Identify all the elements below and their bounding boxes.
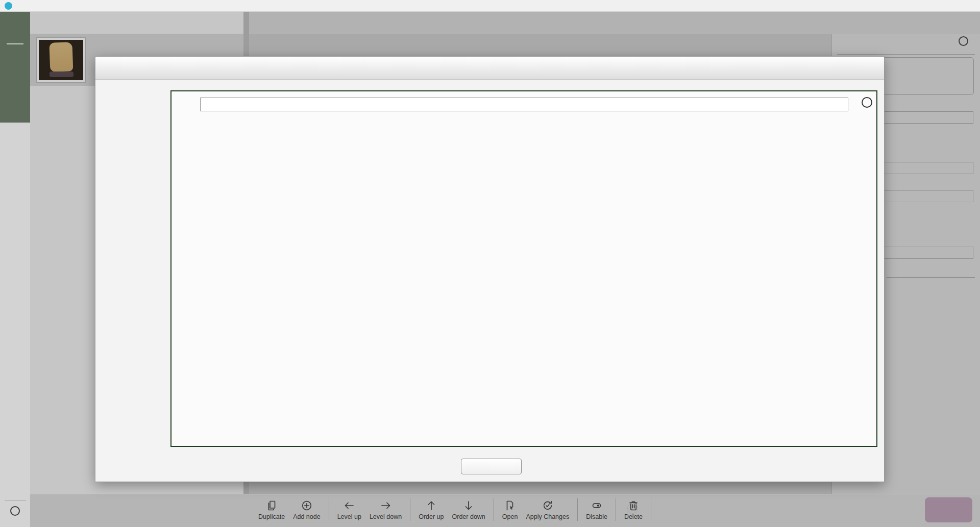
node-actions-group: DuplicateAdd nodeLevel upLevel downOrder… [255,496,655,521]
show-pretreatments-radio[interactable] [627,503,638,514]
filter-input-wrap [200,98,848,111]
file-open-icon [504,499,516,512]
toolbar-button-order-down[interactable]: Order down [449,496,489,520]
toolbar-separator [329,498,329,521]
toolbar-button-apply-changes[interactable]: Apply Changes [522,496,573,520]
filter-help-icon[interactable] [862,97,872,108]
app-logo-icon [5,2,12,10]
arrow-up-icon [425,499,437,512]
application-window: DuplicateAdd nodeLevel upLevel downOrder… [0,0,980,527]
add-node-dialog [95,56,885,482]
title-bar [0,0,980,12]
toolbar-separator [494,498,494,521]
close-button[interactable] [461,459,522,474]
toolbar-button-disable[interactable]: Disable [582,496,611,520]
toolbar-button-open[interactable]: Open [499,496,522,520]
arrow-right-icon [380,499,392,512]
help-button[interactable] [10,506,20,517]
node-browser [170,90,877,447]
toolbar-button-label: Delete [624,513,643,520]
toolbar-button-label: Level down [370,513,402,520]
plus-circle-icon [301,499,313,512]
dialog-close-button[interactable] [859,62,871,74]
toolbar-button-label: Disable [586,513,607,520]
close-window-button[interactable] [958,0,980,12]
divider [837,54,975,55]
toolbar-button-label: Apply Changes [526,513,569,520]
copy-icon [265,499,278,512]
dialog-header [95,57,884,80]
bottom-toolbar: DuplicateAdd nodeLevel upLevel downOrder… [30,494,980,527]
toolbar-button-order-up[interactable]: Order up [415,496,447,520]
toolbar-separator [410,498,410,521]
toolbar-button-label: Open [502,513,518,520]
toolbar-button-label: Add node [293,513,321,520]
toolbar-button-duplicate[interactable]: Duplicate [255,496,288,520]
restore-button[interactable] [935,0,958,12]
method-help-icon[interactable] [959,36,968,46]
minimize-button[interactable] [913,0,935,12]
toolbar-button-label: Order down [452,513,485,520]
toolbar-button-level-down[interactable]: Level down [366,496,405,520]
rail-divider [5,500,26,501]
toolbar-button-label: Duplicate [258,513,285,520]
window-controls [913,0,980,12]
toggle-icon [591,499,603,512]
help-icon [10,506,20,516]
toolbar-separator [616,498,616,521]
arrow-down-icon [462,499,475,512]
tab-bar [249,12,980,34]
toolbar-button-label: Level up [337,513,361,520]
workflow-rail [0,12,30,123]
toolbar-button-level-up[interactable]: Level up [334,496,365,520]
toolbar-separator [651,498,651,521]
recorder-button[interactable] [925,497,972,522]
toolbar-separator [577,498,578,521]
show-pretreatments-option[interactable] [627,503,644,514]
sync-icon [542,499,554,512]
toolbar-button-label: Order up [419,513,444,520]
rail-divider [7,43,23,44]
toolbar-button-add-node[interactable]: Add node [289,496,324,520]
project-thumbnail [36,37,86,83]
arrow-left-icon [343,499,355,512]
rail-lower-section [0,123,30,527]
divider [887,277,975,278]
back-button[interactable] [0,17,30,18]
filter-input[interactable] [201,98,848,111]
